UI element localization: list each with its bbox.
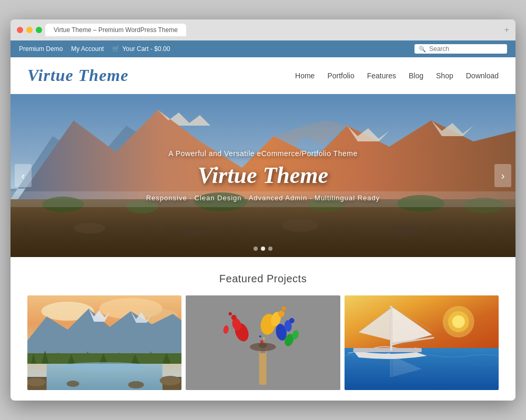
browser-tab[interactable]: Virtue Theme – Premium WordPress Theme — [45, 24, 186, 36]
svg-point-42 — [27, 378, 46, 386]
close-dot[interactable] — [17, 27, 23, 33]
site-logo[interactable]: Virtue Theme — [27, 66, 128, 85]
svg-point-45 — [128, 381, 144, 388]
site-header: Virtue Theme Home Portfolio Features Blo… — [11, 57, 515, 94]
slider-dot-3[interactable] — [268, 247, 272, 251]
nav-home[interactable]: Home — [295, 71, 315, 80]
hero-slider: A Powerful and Versatile eCommerce/Portf… — [11, 94, 515, 257]
browser-dots: Virtue Theme – Premium WordPress Theme + — [17, 24, 509, 40]
minimize-dot[interactable] — [26, 27, 33, 33]
svg-point-17 — [390, 224, 420, 235]
svg-point-65 — [263, 337, 265, 340]
search-icon: 🔍 — [419, 46, 426, 53]
svg-rect-47 — [259, 348, 267, 385]
browser-chrome: Virtue Theme – Premium WordPress Theme + — [11, 19, 515, 40]
my-account-link[interactable]: My Account — [71, 45, 104, 53]
svg-point-39 — [63, 362, 147, 371]
featured-item-landscape[interactable] — [27, 295, 181, 390]
featured-section: Featured Projects — [11, 257, 515, 401]
svg-point-52 — [231, 315, 237, 320]
hero-tagline: Responsive · Clean Design · Advanced Adm… — [146, 194, 380, 202]
new-tab-button[interactable]: + — [504, 25, 509, 35]
cart-link[interactable]: 🛒 Your Cart - $0.00 — [112, 45, 170, 53]
svg-point-15 — [181, 226, 208, 235]
nav-shop[interactable]: Shop — [436, 71, 453, 80]
svg-rect-81 — [390, 356, 391, 377]
slider-dot-2[interactable] — [261, 247, 265, 251]
svg-rect-74 — [390, 306, 392, 351]
featured-title: Featured Projects — [27, 273, 499, 285]
slider-prev-button[interactable]: ‹ — [15, 164, 32, 187]
featured-item-sailboat[interactable] — [345, 295, 499, 390]
svg-point-71 — [452, 315, 464, 328]
cart-icon: 🛒 — [112, 45, 120, 53]
premium-demo-link[interactable]: Premium Demo — [19, 45, 63, 53]
svg-point-44 — [67, 381, 79, 387]
nav-portfolio[interactable]: Portfolio — [327, 71, 354, 80]
svg-point-66 — [259, 335, 261, 337]
site-nav: Home Portfolio Features Blog Shop Downlo… — [295, 71, 499, 80]
nav-download[interactable]: Download — [466, 71, 499, 80]
hero-subtitle: A Powerful and Versatile eCommerce/Portf… — [146, 149, 380, 158]
top-bar-links: Premium Demo My Account 🛒 Your Cart - $0… — [19, 45, 406, 53]
svg-point-43 — [160, 376, 181, 385]
slider-dots — [254, 247, 272, 251]
search-input[interactable] — [429, 45, 503, 53]
nav-features[interactable]: Features — [367, 71, 396, 80]
svg-point-16 — [281, 219, 318, 232]
featured-grid — [27, 295, 499, 390]
slider-dot-1[interactable] — [254, 247, 258, 251]
maximize-dot[interactable] — [36, 27, 42, 33]
nav-blog[interactable]: Blog — [409, 71, 423, 80]
hero-title: Virtue Theme — [146, 162, 380, 189]
slider-next-button[interactable]: › — [494, 164, 511, 187]
svg-point-67 — [250, 343, 276, 351]
svg-point-57 — [278, 311, 285, 317]
svg-rect-73 — [353, 348, 421, 352]
cart-label: Your Cart - $0.00 — [122, 45, 170, 53]
hero-text: A Powerful and Versatile eCommerce/Portf… — [146, 149, 380, 202]
svg-point-61 — [289, 318, 295, 323]
svg-point-53 — [229, 312, 232, 315]
browser-window: Virtue Theme – Premium WordPress Theme +… — [11, 19, 515, 401]
top-bar: Premium Demo My Account 🛒 Your Cart - $0… — [11, 40, 515, 57]
svg-point-58 — [282, 306, 286, 311]
svg-point-14 — [74, 223, 105, 233]
featured-item-paint[interactable] — [186, 295, 340, 390]
search-bar[interactable]: 🔍 — [414, 44, 507, 54]
